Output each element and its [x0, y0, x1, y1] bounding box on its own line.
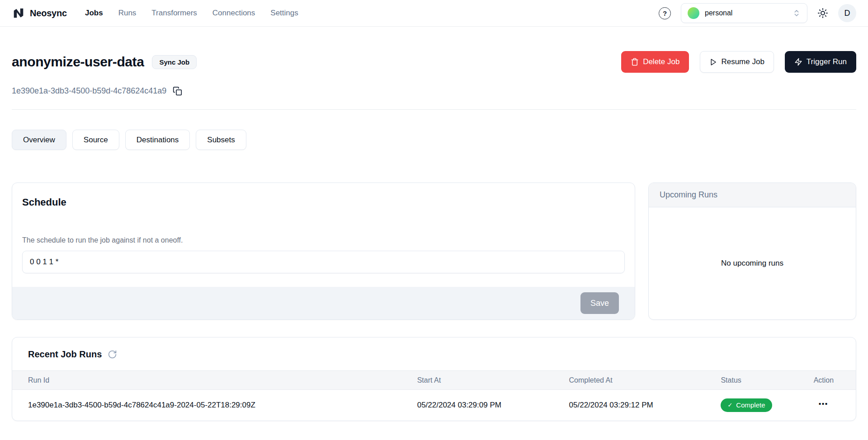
column-header-start-at: Start At — [417, 371, 569, 390]
primary-nav: Jobs Runs Transformers Connections Setti… — [85, 9, 298, 18]
help-button[interactable]: ? — [659, 7, 671, 19]
tab-overview[interactable]: Overview — [12, 130, 66, 150]
play-icon — [709, 58, 717, 66]
account-label: personal — [705, 9, 732, 17]
tab-source[interactable]: Source — [72, 130, 119, 150]
brand-name: Neosync — [30, 8, 67, 19]
chevrons-up-down-icon — [793, 9, 801, 17]
nav-item-transformers[interactable]: Transformers — [151, 9, 197, 18]
account-avatar — [688, 7, 699, 19]
theme-toggle-button[interactable] — [817, 8, 828, 19]
completed-at-cell: 05/22/2024 03:29:12 PM — [569, 390, 721, 421]
page-title: anonymize-user-data — [12, 54, 144, 70]
zap-icon — [794, 58, 802, 66]
recent-job-runs-title: Recent Job Runs — [28, 349, 102, 360]
row-actions-button[interactable]: ⋯ — [814, 398, 828, 412]
table-row[interactable]: 1e390e1a-3db3-4500-b59d-4c78624c41a9-202… — [12, 390, 856, 421]
upcoming-runs-card: Upcoming Runs No upcoming runs — [648, 183, 856, 320]
schedule-card-title: Schedule — [22, 197, 625, 208]
status-badge: ✓ Complete — [721, 398, 772, 412]
job-overview-page: anonymize-user-data Sync Job Delete Job … — [0, 51, 868, 439]
nav-item-runs[interactable]: Runs — [118, 9, 137, 18]
job-type-badge: Sync Job — [152, 55, 197, 69]
resume-job-button[interactable]: Resume Job — [700, 51, 774, 73]
tab-subsets[interactable]: Subsets — [196, 130, 246, 150]
user-avatar[interactable]: D — [838, 4, 856, 22]
neosync-logo-icon — [12, 6, 25, 20]
question-mark-icon: ? — [663, 9, 667, 17]
copy-job-id-button[interactable] — [173, 86, 182, 96]
tab-destinations[interactable]: Destinations — [125, 130, 190, 150]
nav-item-settings[interactable]: Settings — [270, 9, 298, 18]
copy-icon — [173, 86, 182, 96]
save-schedule-button[interactable]: Save — [580, 292, 619, 314]
column-header-action: Action — [814, 371, 856, 390]
trigger-run-button[interactable]: Trigger Run — [785, 51, 856, 73]
delete-job-button[interactable]: Delete Job — [621, 51, 689, 73]
no-upcoming-runs-message: No upcoming runs — [721, 259, 783, 268]
nav-item-jobs[interactable]: Jobs — [85, 9, 103, 18]
nav-item-connections[interactable]: Connections — [212, 9, 255, 18]
user-avatar-initial: D — [844, 9, 850, 18]
refresh-icon — [108, 350, 117, 359]
column-header-completed-at: Completed At — [569, 371, 721, 390]
column-header-status: Status — [721, 371, 813, 390]
check-icon: ✓ — [727, 402, 732, 408]
recent-job-runs-card: Recent Job Runs Run Id Start At Complete… — [12, 337, 856, 421]
top-navbar: Neosync Jobs Runs Transformers Connectio… — [0, 0, 868, 27]
brand[interactable]: Neosync — [12, 6, 67, 20]
upcoming-runs-title: Upcoming Runs — [660, 190, 717, 199]
recent-runs-table: Run Id Start At Completed At Status Acti… — [12, 370, 856, 421]
status-cell: ✓ Complete — [721, 390, 813, 421]
schedule-description: The schedule to run the job against if n… — [22, 236, 625, 244]
cron-schedule-input[interactable] — [22, 251, 625, 273]
account-switcher[interactable]: personal — [681, 3, 807, 23]
start-at-cell: 05/22/2024 03:29:09 PM — [417, 390, 569, 421]
sun-icon — [817, 8, 828, 19]
schedule-card-footer: Save — [12, 287, 635, 319]
column-header-run-id: Run Id — [12, 371, 417, 390]
table-header-row: Run Id Start At Completed At Status Acti… — [12, 371, 856, 390]
refresh-runs-button[interactable] — [108, 350, 117, 359]
run-id-cell[interactable]: 1e390e1a-3db3-4500-b59d-4c78624c41a9-202… — [12, 390, 417, 421]
action-cell: ⋯ — [814, 390, 856, 421]
header-divider — [12, 109, 856, 110]
upcoming-runs-header: Upcoming Runs — [649, 183, 856, 207]
schedule-card: Schedule The schedule to run the job aga… — [12, 183, 635, 320]
job-tabs: Overview Source Destinations Subsets — [12, 130, 856, 150]
job-id-text: 1e390e1a-3db3-4500-b59d-4c78624c41a9 — [12, 86, 166, 96]
trash-icon — [631, 58, 639, 66]
